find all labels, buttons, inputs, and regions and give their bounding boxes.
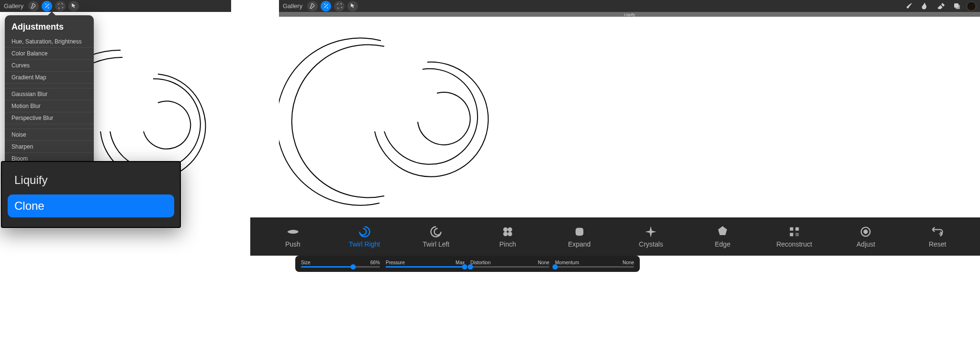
mode-label: Reconstruct bbox=[776, 240, 812, 248]
slider-label: Size bbox=[301, 260, 310, 265]
mode-pinch[interactable]: Pinch bbox=[472, 225, 544, 248]
brush-icon[interactable] bbox=[902, 1, 915, 11]
highlight-popover: Liquify Clone bbox=[1, 161, 181, 228]
wrench-icon[interactable] bbox=[28, 1, 39, 11]
smudge-icon[interactable] bbox=[918, 1, 931, 11]
slider-label: Momentum bbox=[555, 260, 579, 265]
selection-icon[interactable] bbox=[334, 1, 345, 11]
adjustment-perspective-blur[interactable]: Perspective Blur bbox=[5, 112, 94, 124]
slider-pressure[interactable]: Pressure Max bbox=[386, 260, 465, 268]
svg-point-3 bbox=[508, 227, 512, 232]
mode-label: Expand bbox=[568, 240, 590, 248]
adjustment-noise[interactable]: Noise bbox=[5, 129, 94, 141]
svg-rect-8 bbox=[795, 227, 799, 231]
gallery-link[interactable]: Gallery bbox=[283, 2, 302, 10]
mode-label: Reset bbox=[929, 240, 947, 248]
toolbar-right: Gallery bbox=[279, 0, 980, 12]
color-chip[interactable] bbox=[967, 1, 976, 11]
svg-rect-1 bbox=[956, 5, 960, 9]
svg-rect-6 bbox=[575, 228, 583, 236]
mode-expand[interactable]: Expand bbox=[544, 225, 615, 248]
slider-value: None bbox=[623, 260, 634, 265]
slider-distortion[interactable]: Distortion None bbox=[470, 260, 549, 268]
mode-label: Twirl Right bbox=[349, 240, 380, 248]
mode-reset[interactable]: Reset bbox=[902, 225, 973, 248]
subbar-title: Liquify bbox=[624, 12, 635, 17]
slider-size[interactable]: Size 66% bbox=[301, 260, 380, 268]
adjustment-curves[interactable]: Curves bbox=[5, 60, 94, 72]
adjustment-gradient-map[interactable]: Gradient Map bbox=[5, 72, 94, 84]
gallery-link[interactable]: Gallery bbox=[4, 2, 23, 10]
adjustment-motion-blur[interactable]: Motion Blur bbox=[5, 100, 94, 112]
mode-label: Edge bbox=[715, 240, 731, 248]
svg-rect-9 bbox=[790, 233, 793, 236]
magic-wand-icon[interactable] bbox=[42, 1, 52, 11]
svg-rect-10 bbox=[795, 233, 799, 236]
arrow-icon[interactable] bbox=[68, 1, 79, 11]
mode-reconstruct[interactable]: Reconstruct bbox=[758, 225, 830, 248]
liquify-sliders: Size 66% Pressure Max Distortion None Mo… bbox=[295, 256, 640, 272]
popover-title: Adjustments bbox=[5, 20, 94, 36]
liquify-subbar: Liquify bbox=[279, 12, 980, 17]
svg-point-5 bbox=[508, 232, 512, 236]
slider-label: Pressure bbox=[386, 260, 405, 265]
arrow-icon[interactable] bbox=[347, 1, 358, 11]
adjustment-hsb[interactable]: Hue, Saturation, Brightness bbox=[5, 36, 94, 48]
mode-twirl-left[interactable]: Twirl Left bbox=[400, 225, 472, 248]
slider-value: None bbox=[538, 260, 549, 265]
big-item-liquify[interactable]: Liquify bbox=[8, 169, 174, 192]
slider-momentum[interactable]: Momentum None bbox=[555, 260, 634, 268]
magic-wand-icon[interactable] bbox=[321, 1, 331, 11]
adjustments-popover: Adjustments Hue, Saturation, Brightness … bbox=[5, 15, 94, 176]
mode-label: Twirl Left bbox=[423, 240, 449, 248]
mode-adjust[interactable]: Adjust bbox=[830, 225, 902, 248]
liquify-modes: Push Twirl Right Twirl Left Pinch Expand… bbox=[250, 217, 980, 256]
toolbar-left: Gallery bbox=[0, 0, 231, 12]
slider-value: Max bbox=[456, 260, 465, 265]
mode-twirl-right[interactable]: Twirl Right bbox=[329, 225, 401, 248]
svg-point-12 bbox=[864, 230, 868, 234]
wrench-icon[interactable] bbox=[307, 1, 318, 11]
svg-rect-7 bbox=[790, 227, 793, 231]
eraser-icon[interactable] bbox=[934, 1, 947, 11]
canvas-right[interactable] bbox=[279, 17, 980, 217]
mode-label: Crystals bbox=[639, 240, 663, 248]
mode-label: Push bbox=[285, 240, 301, 248]
mode-push[interactable]: Push bbox=[257, 225, 329, 248]
slider-label: Distortion bbox=[470, 260, 490, 265]
mode-crystals[interactable]: Crystals bbox=[615, 225, 687, 248]
popover-separator bbox=[5, 84, 94, 88]
selection-icon[interactable] bbox=[55, 1, 66, 11]
adjustment-gaussian-blur[interactable]: Gaussian Blur bbox=[5, 88, 94, 100]
mode-label: Pinch bbox=[499, 240, 516, 248]
svg-point-2 bbox=[503, 227, 508, 232]
slider-value: 66% bbox=[370, 260, 380, 265]
svg-point-4 bbox=[503, 232, 508, 236]
mode-edge[interactable]: Edge bbox=[687, 225, 758, 248]
adjustment-color-balance[interactable]: Color Balance bbox=[5, 48, 94, 60]
popover-separator bbox=[5, 124, 94, 129]
mode-label: Adjust bbox=[857, 240, 875, 248]
layers-icon[interactable] bbox=[950, 1, 964, 11]
big-item-clone[interactable]: Clone bbox=[8, 194, 174, 217]
adjustment-sharpen[interactable]: Sharpen bbox=[5, 141, 94, 153]
